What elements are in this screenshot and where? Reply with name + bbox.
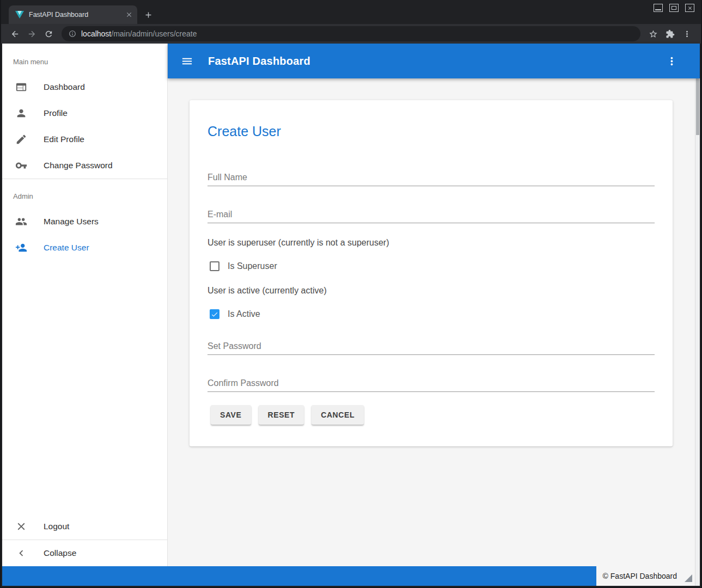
site-info-icon[interactable]: [69, 30, 76, 38]
browser-toolbar: localhost/main/admin/users/create: [1, 24, 701, 44]
footer: © FastAPI Dashboard: [2, 566, 700, 586]
key-icon: [15, 160, 27, 171]
url-host: localhost: [81, 29, 111, 38]
group-icon: [15, 216, 27, 228]
close-button[interactable]: [685, 4, 694, 12]
main-area: FastAPI Dashboard Create User: [168, 44, 700, 566]
tab-close-icon[interactable]: [125, 11, 133, 19]
is-active-checkbox-row[interactable]: Is Active: [210, 309, 655, 319]
copyright: © FastAPI Dashboard: [603, 572, 677, 580]
reset-button[interactable]: RESET: [259, 405, 304, 425]
sidebar: Main menu Dashboard Profile: [2, 44, 168, 566]
confirm-password-input[interactable]: [207, 366, 655, 391]
is-superuser-checkbox-row[interactable]: Is Superuser: [210, 261, 655, 271]
scrollbar[interactable]: [695, 44, 700, 586]
appbar-menu-icon[interactable]: [666, 55, 678, 68]
full-name-input[interactable]: [207, 160, 655, 186]
active-checkbox-icon[interactable]: [210, 309, 219, 319]
appbar: FastAPI Dashboard: [168, 44, 700, 78]
active-checkbox-label[interactable]: Is Active: [228, 309, 260, 319]
resize-grip-icon[interactable]: [685, 574, 692, 582]
sidebar-item-edit-profile[interactable]: Edit Profile: [2, 126, 167, 152]
tab-title: FastAPI Dashboard: [29, 11, 120, 19]
full-name-field: [207, 160, 655, 186]
sidebar-section-admin: Admin: [2, 183, 167, 209]
page-viewport: Main menu Dashboard Profile: [2, 44, 700, 586]
forward-icon[interactable]: [23, 29, 40, 39]
set-password-input[interactable]: [207, 329, 655, 354]
email-input[interactable]: [207, 197, 655, 223]
cancel-button[interactable]: CANCEL: [312, 405, 364, 425]
reload-icon[interactable]: [40, 29, 57, 39]
sidebar-spacer: [2, 261, 167, 513]
sidebar-item-logout[interactable]: Logout: [2, 513, 167, 540]
bookmark-star-icon[interactable]: [645, 29, 662, 39]
save-button[interactable]: SAVE: [211, 405, 251, 425]
menu-icon[interactable]: [181, 55, 193, 68]
address-bar[interactable]: localhost/main/admin/users/create: [62, 26, 640, 41]
browser-titlebar: FastAPI Dashboard: [1, 0, 701, 24]
chevron-left-icon: [15, 547, 27, 559]
main-content: Create User User is superuser (currently…: [168, 78, 700, 566]
sidebar-item-dashboard[interactable]: Dashboard: [2, 74, 167, 100]
sidebar-item-collapse[interactable]: Collapse: [2, 540, 167, 566]
sidebar-divider: [2, 179, 167, 179]
create-user-card: Create User User is superuser (currently…: [190, 100, 673, 446]
maximize-button[interactable]: [669, 4, 679, 12]
browser-window: FastAPI Dashboard: [0, 0, 702, 588]
pencil-icon: [15, 133, 27, 145]
url-path: /main/admin/users/create: [111, 29, 197, 38]
browser-menu-icon[interactable]: [679, 29, 695, 39]
sidebar-item-create-user[interactable]: Create User: [2, 235, 167, 261]
minimize-button[interactable]: [654, 4, 663, 12]
vuetify-logo-icon: [15, 10, 24, 19]
sidebar-section-main-menu: Main menu: [2, 49, 167, 74]
extensions-icon[interactable]: [662, 29, 679, 39]
set-password-field: [207, 329, 655, 355]
sidebar-item-profile[interactable]: Profile: [2, 100, 167, 126]
person-icon: [15, 107, 27, 119]
active-hint: User is active (currently active): [207, 285, 655, 296]
browser-tab[interactable]: FastAPI Dashboard: [9, 5, 137, 24]
email-field: [207, 197, 655, 223]
superuser-checkbox-label[interactable]: Is Superuser: [228, 261, 277, 271]
form-actions: SAVE RESET CANCEL: [211, 405, 655, 425]
appbar-title: FastAPI Dashboard: [208, 55, 310, 68]
new-tab-button[interactable]: [144, 10, 153, 20]
footer-bar: [2, 566, 596, 586]
window-controls: [654, 4, 694, 12]
dashboard-icon: [15, 81, 27, 93]
superuser-hint: User is superuser (currently is not a su…: [207, 237, 655, 248]
superuser-checkbox-icon[interactable]: [210, 261, 219, 271]
sidebar-item-manage-users[interactable]: Manage Users: [2, 209, 167, 235]
sidebar-item-change-password[interactable]: Change Password: [2, 152, 167, 179]
person-add-icon: [15, 242, 27, 254]
page-title: Create User: [207, 123, 655, 139]
close-icon: [15, 520, 27, 532]
confirm-password-field: [207, 366, 655, 392]
url-text: localhost/main/admin/users/create: [81, 29, 197, 38]
back-icon[interactable]: [7, 29, 23, 39]
